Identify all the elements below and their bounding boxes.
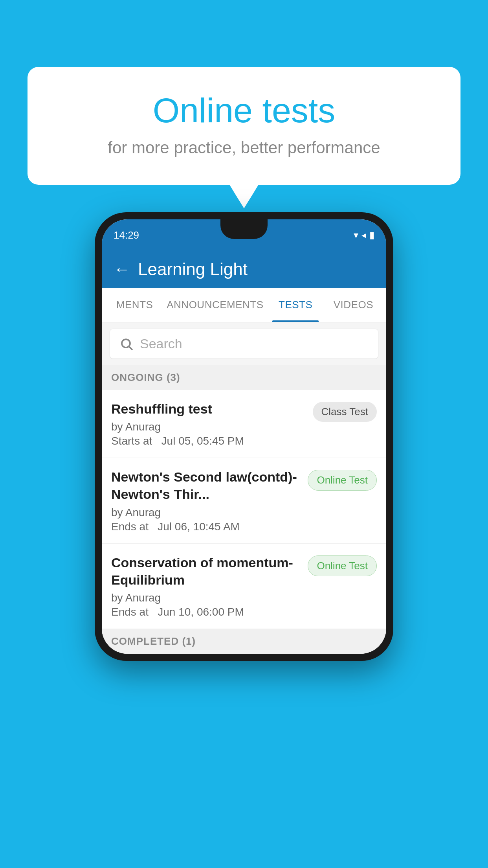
status-icons: ▾ ◂ ▮ bbox=[354, 230, 374, 241]
test-list: Reshuffling test by Anurag Starts at Jul… bbox=[102, 390, 386, 629]
test-item-1[interactable]: Reshuffling test by Anurag Starts at Jul… bbox=[102, 390, 386, 458]
test-info-2: Newton's Second law(contd)-Newton's Thir… bbox=[111, 468, 301, 533]
test-time-label-3: Ends at bbox=[111, 606, 149, 618]
status-bar: 14:29 ▾ ◂ ▮ bbox=[102, 219, 386, 251]
test-time-2: Ends at Jul 06, 10:45 AM bbox=[111, 520, 301, 533]
search-input[interactable]: Search bbox=[140, 336, 182, 351]
search-bar[interactable]: Search bbox=[110, 329, 378, 359]
bubble-title: Online tests bbox=[47, 90, 441, 131]
badge-3: Online Test bbox=[308, 555, 377, 576]
test-item-3[interactable]: Conservation of momentum-Equilibrium by … bbox=[102, 544, 386, 629]
speech-bubble: Online tests for more practice, better p… bbox=[28, 67, 460, 185]
svg-line-1 bbox=[129, 346, 132, 349]
phone-notch bbox=[220, 219, 268, 239]
phone-screen: 14:29 ▾ ◂ ▮ ← Learning Light MENTS ANNOU… bbox=[102, 219, 386, 654]
badge-2: Online Test bbox=[308, 470, 377, 491]
test-author-2: by Anurag bbox=[111, 506, 301, 519]
test-name-2: Newton's Second law(contd)-Newton's Thir… bbox=[111, 468, 301, 503]
bubble-subtitle: for more practice, better performance bbox=[47, 138, 441, 157]
badge-1: Class Test bbox=[313, 402, 377, 422]
test-time-1: Starts at Jul 05, 05:45 PM bbox=[111, 435, 306, 447]
tab-videos[interactable]: VIDEOS bbox=[325, 288, 382, 322]
ongoing-label: ONGOING (3) bbox=[111, 371, 180, 383]
ongoing-section-header: ONGOING (3) bbox=[102, 365, 386, 390]
app-title: Learning Light bbox=[138, 259, 248, 279]
signal-icon: ◂ bbox=[361, 230, 366, 241]
phone-outer: 14:29 ▾ ◂ ▮ ← Learning Light MENTS ANNOU… bbox=[95, 212, 393, 661]
test-author-1: by Anurag bbox=[111, 421, 306, 433]
wifi-icon: ▾ bbox=[354, 230, 358, 241]
completed-section-header: COMPLETED (1) bbox=[102, 629, 386, 654]
test-author-3: by Anurag bbox=[111, 592, 301, 604]
app-header: ← Learning Light bbox=[102, 251, 386, 288]
tab-ments[interactable]: MENTS bbox=[106, 288, 163, 322]
svg-point-0 bbox=[122, 339, 130, 348]
test-info-1: Reshuffling test by Anurag Starts at Jul… bbox=[111, 400, 306, 447]
status-time: 14:29 bbox=[114, 229, 139, 241]
tab-tests[interactable]: TESTS bbox=[267, 288, 325, 322]
search-icon bbox=[119, 337, 134, 351]
test-time-label-2: Ends at bbox=[111, 520, 149, 533]
back-button[interactable]: ← bbox=[114, 260, 130, 279]
battery-icon: ▮ bbox=[369, 230, 374, 241]
tab-announcements[interactable]: ANNOUNCEMENTS bbox=[163, 288, 266, 322]
test-time-value-2: Jul 06, 10:45 AM bbox=[158, 520, 240, 533]
completed-label: COMPLETED (1) bbox=[111, 635, 196, 647]
tab-bar: MENTS ANNOUNCEMENTS TESTS VIDEOS bbox=[102, 288, 386, 322]
test-time-3: Ends at Jun 10, 06:00 PM bbox=[111, 606, 301, 618]
test-time-value-3: Jun 10, 06:00 PM bbox=[158, 606, 244, 618]
test-info-3: Conservation of momentum-Equilibrium by … bbox=[111, 554, 301, 618]
test-time-label-1: Starts at bbox=[111, 435, 152, 447]
test-time-value-1: Jul 05, 05:45 PM bbox=[161, 435, 244, 447]
test-name-1: Reshuffling test bbox=[111, 400, 306, 417]
search-container: Search bbox=[102, 322, 386, 365]
test-item-2[interactable]: Newton's Second law(contd)-Newton's Thir… bbox=[102, 458, 386, 543]
phone-wrapper: 14:29 ▾ ◂ ▮ ← Learning Light MENTS ANNOU… bbox=[95, 212, 393, 661]
test-name-3: Conservation of momentum-Equilibrium bbox=[111, 554, 301, 588]
